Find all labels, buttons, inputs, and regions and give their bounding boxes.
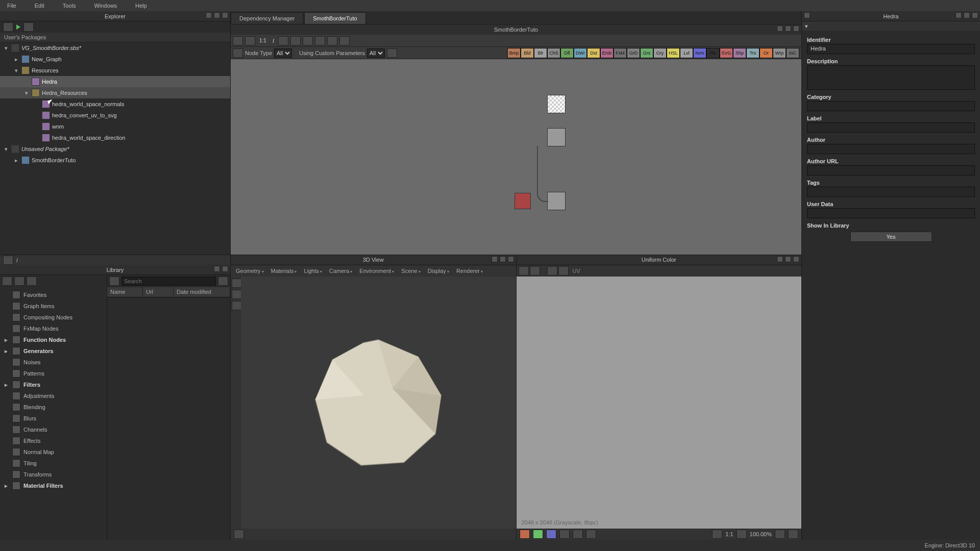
library-filter-item[interactable]: ▸ Generators (0, 345, 107, 357)
node-type-select[interactable]: All (274, 48, 292, 58)
align-icon[interactable] (245, 36, 255, 45)
axis-icon[interactable] (234, 530, 244, 539)
view3d-menu-lights[interactable]: Lights (301, 267, 325, 275)
menu-help[interactable]: Help (132, 2, 150, 10)
link-icon[interactable] (290, 36, 301, 45)
expand-icon[interactable]: ▸ (3, 483, 9, 489)
tree-row[interactable]: ▸ New_Graph (0, 54, 230, 65)
maximize-icon[interactable] (785, 256, 791, 262)
palette-chip-or[interactable]: Or (760, 48, 773, 58)
zoom-fit-icon[interactable] (712, 530, 722, 539)
palette-chip-shp[interactable]: Shp (733, 48, 746, 58)
palette-chip-dwr[interactable]: DWr (574, 48, 587, 58)
close-icon[interactable] (793, 256, 799, 262)
library-filter-item[interactable]: Noises (0, 357, 107, 368)
tab-graph[interactable]: SmothBorderTuto (304, 12, 365, 24)
view3d-menu-renderer[interactable]: Renderer (453, 267, 486, 275)
dock-icon[interactable] (955, 12, 962, 18)
library-search-input[interactable] (121, 277, 216, 286)
channel-b-icon[interactable] (546, 530, 556, 539)
expand-icon[interactable]: ▾ (13, 67, 19, 74)
zoom-in-icon[interactable] (775, 530, 785, 539)
close-icon[interactable] (508, 256, 514, 262)
dock-icon[interactable] (206, 12, 212, 18)
channel-r-icon[interactable] (520, 530, 530, 539)
view3d-menu-geometry[interactable]: Geometry (233, 267, 267, 275)
library-filter-item[interactable]: ▸ Filters (0, 379, 107, 390)
timing-icon[interactable] (315, 36, 325, 45)
palette-chip-grd[interactable]: GrD (627, 48, 640, 58)
palette-chip-inc[interactable]: InC (786, 48, 799, 58)
maximize-icon[interactable] (964, 12, 970, 18)
apply-icon[interactable] (387, 48, 397, 58)
view3d-menu-environment[interactable]: Environment (356, 267, 397, 275)
menu-windows[interactable]: Windows (91, 2, 120, 10)
view3d-viewport[interactable] (241, 277, 516, 529)
library-filter-item[interactable]: Normal Map (0, 446, 107, 458)
palette-chip-bmp[interactable]: Bmp (507, 48, 521, 58)
graph-canvas[interactable] (231, 59, 801, 255)
library-filter-item[interactable]: Tiling (0, 458, 107, 469)
move-icon[interactable] (232, 290, 242, 299)
library-filter-item[interactable]: Blurs (0, 413, 107, 424)
palette-chip-dfl[interactable]: Dfl (560, 48, 574, 58)
explorer-tree[interactable]: ▾ VG_SmoothBorder.sbs*▸ New_Graph▾ Resou… (0, 42, 230, 255)
close-icon[interactable] (222, 12, 228, 18)
view3d-menu-materials[interactable]: Materials (268, 267, 300, 275)
library-filter-item[interactable]: Blending (0, 402, 107, 413)
library-filter-list[interactable]: Favorites Graph Items Compositing Nodes … (0, 287, 107, 493)
expand-icon[interactable]: ▸ (3, 382, 9, 388)
properties-collapse-bar[interactable]: ▾ (802, 21, 980, 31)
palette-chip-bld[interactable]: Bld (521, 48, 534, 58)
menu-tools[interactable]: Tools (60, 2, 79, 10)
user-data-input[interactable] (807, 208, 975, 218)
highlight-icon[interactable] (303, 36, 313, 45)
palette-chip-wrp[interactable]: Wrp (773, 48, 786, 58)
refresh-icon[interactable] (23, 22, 34, 32)
library-filter-item[interactable]: Effects (0, 435, 107, 446)
tree-row[interactable]: ▾ Unsaved Package* (0, 143, 230, 155)
palette-chip-blr[interactable]: Blr (534, 48, 547, 58)
new-package-icon[interactable] (3, 22, 13, 32)
palette-chip-fxm[interactable]: FxM (614, 48, 627, 58)
library-columns[interactable]: Name Url Date modified (107, 287, 230, 297)
play-button[interactable] (16, 24, 20, 30)
channel-a-icon[interactable] (559, 530, 570, 539)
tree-row[interactable]: Hedra (0, 76, 230, 87)
maximize-icon[interactable] (785, 26, 791, 32)
filter-icon[interactable] (233, 48, 243, 58)
add-icon[interactable] (14, 277, 24, 286)
palette-chip-chs[interactable]: ChS (547, 48, 560, 58)
library-filter-item[interactable]: Favorites (0, 289, 107, 300)
select-icon[interactable] (232, 279, 242, 288)
pin-icon[interactable] (519, 266, 529, 276)
palette-chip-emb[interactable]: Emb (600, 48, 614, 58)
zoom-out-icon[interactable] (737, 530, 747, 539)
tree-row[interactable]: hedra_world_space_direction (0, 132, 230, 143)
graph-node-output[interactable] (514, 193, 531, 209)
category-input[interactable] (807, 101, 975, 111)
view3d-menu-scene[interactable]: Scene (398, 267, 423, 275)
tags-input[interactable] (807, 187, 975, 197)
library-results[interactable] (107, 297, 230, 540)
gear-icon[interactable] (339, 36, 350, 45)
identifier-input[interactable]: Hedra (807, 44, 975, 54)
tile-icon[interactable] (788, 530, 798, 539)
dock-icon[interactable] (777, 256, 783, 262)
home-icon[interactable] (2, 277, 12, 286)
library-filter-item[interactable]: ▸ Function Nodes (0, 334, 107, 345)
author-url-input[interactable] (807, 165, 975, 176)
maximize-icon[interactable] (500, 256, 506, 262)
tree-row[interactable]: hedra_world_space_normals (0, 98, 230, 110)
tree-row[interactable]: ▾ VG_SmoothBorder.sbs* (0, 42, 230, 54)
palette-chip-svg[interactable]: SVG (720, 48, 733, 58)
expand-icon[interactable]: ▾ (23, 90, 30, 96)
menu-file[interactable]: File (4, 2, 19, 10)
info-icon[interactable] (573, 530, 583, 539)
tree-row[interactable]: ▾ Resources (0, 65, 230, 76)
expand-icon[interactable]: ▾ (3, 146, 9, 153)
dock-icon[interactable] (492, 256, 498, 262)
label-input[interactable] (807, 122, 975, 133)
library-filter-item[interactable]: Patterns (0, 368, 107, 379)
palette-chip-lvl[interactable]: Lvl (680, 48, 693, 58)
